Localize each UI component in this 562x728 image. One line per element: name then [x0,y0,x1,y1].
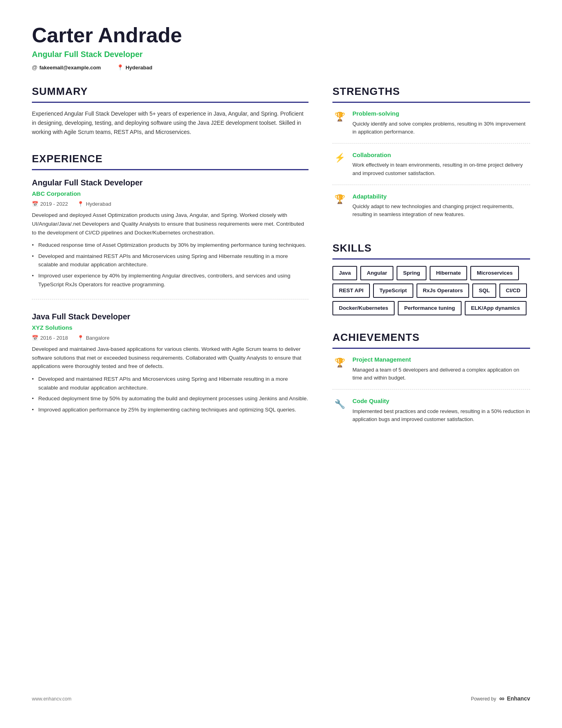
achievement-2: 🔧 Code Quality Implemented best practice… [332,397,530,431]
achievement-body-1: Project Management Managed a team of 5 d… [352,355,530,382]
exp-period-2: 📅 2016 - 2018 [32,334,68,342]
summary-text: Experienced Angular Full Stack Developer… [32,109,309,137]
skill-microservices: Microservices [470,266,519,280]
achievement-title-1: Project Management [352,355,530,364]
bullet-2-2: Reduced deployment time by 50% by automa… [32,394,309,403]
header-section: Carter Andrade Angular Full Stack Develo… [32,24,530,72]
job-title-1: Angular Full Stack Developer [32,177,309,189]
achievement-1: 🏆 Project Management Managed a team of 5… [332,355,530,390]
period-value-2: 2016 - 2018 [40,334,68,342]
location-value: Hyderabad [126,64,152,72]
strength-title-1: Problem-solving [352,109,530,118]
skill-docker: Docker/Kubernetes [332,301,395,315]
achievements-title: ACHIEVEMENTS [332,330,530,349]
powered-by-text: Powered by [471,695,496,702]
contact-info: @ fakeemail@example.com 📍 Hyderabad [32,63,530,72]
strength-desc-3: Quickly adapt to new technologies and ch… [352,203,530,218]
skill-angular: Angular [360,266,393,280]
skill-hibernate: Hibernate [430,266,467,280]
skills-grid: Java Angular Spring Hibernate Microservi… [332,266,530,316]
achievement-desc-2: Implemented best practices and code revi… [352,407,530,423]
skills-title: SKILLS [332,240,530,260]
strength-body-3: Adaptability Quickly adapt to new techno… [352,192,530,219]
strength-body-2: Collaboration Work effectively in team e… [352,151,530,177]
strength-desc-2: Work effectively in team environments, r… [352,161,530,177]
achievement-body-2: Code Quality Implemented best practices … [352,397,530,423]
footer-website: www.enhancv.com [32,695,71,702]
strength-title-3: Adaptability [352,192,530,201]
experience-item-2: Java Full Stack Developer XYZ Solutions … [32,311,309,424]
bullet-2-1: Developed and maintained REST APIs and M… [32,375,309,392]
resume-page: Carter Andrade Angular Full Stack Develo… [0,0,562,728]
period-value-1: 2019 - 2022 [40,200,68,208]
loc-icon-2: 📍 [77,334,84,342]
summary-title: SUMMARY [32,84,309,103]
loc-icon-1: 📍 [77,200,84,208]
wrench-icon-1: 🔧 [332,397,347,411]
job-title-2: Java Full Stack Developer [32,311,309,323]
brand-name: Enhancv [507,695,530,703]
footer-brand: Powered by ∞ Enhancv [471,693,530,704]
exp-location-2: 📍 Bangalore [77,334,109,342]
strength-2: ⚡ Collaboration Work effectively in team… [332,151,530,185]
trophy-icon-1: 🏆 [332,109,347,124]
skill-elk: ELK/App dynamics [465,301,527,315]
skill-sql: SQL [472,283,496,298]
email-icon: @ [32,63,37,72]
email-contact: @ fakeemail@example.com [32,63,101,72]
left-column: SUMMARY Experienced Angular Full Stack D… [32,84,309,673]
skill-performance: Performance tuning [398,301,462,315]
footer: www.enhancv.com Powered by ∞ Enhancv [32,689,530,704]
skill-rxjs: RxJs Operators [417,283,470,298]
trophy-icon-2: 🏆 [332,192,347,207]
strength-desc-1: Quickly identify and solve complex probl… [352,120,530,136]
exp-period-1: 📅 2019 - 2022 [32,200,68,208]
exp-meta-1: 📅 2019 - 2022 📍 Hyderabad [32,200,309,208]
calendar-icon-2: 📅 [32,334,38,342]
achievement-title-2: Code Quality [352,397,530,406]
skills-section: SKILLS Java Angular Spring Hibernate Mic… [332,240,530,316]
calendar-icon-1: 📅 [32,200,38,208]
achievements-section: ACHIEVEMENTS 🏆 Project Management Manage… [332,330,530,431]
bullet-1-2: Developed and maintained REST APIs and M… [32,252,309,269]
exp-desc-2: Developed and maintained Java-based appl… [32,345,309,371]
main-content: SUMMARY Experienced Angular Full Stack D… [32,84,530,673]
experience-item-1: Angular Full Stack Developer ABC Corpora… [32,177,309,299]
strength-1: 🏆 Problem-solving Quickly identify and s… [332,109,530,144]
location-contact: 📍 Hyderabad [117,63,152,72]
strengths-section: STRENGTHS 🏆 Problem-solving Quickly iden… [332,84,530,226]
strength-title-2: Collaboration [352,151,530,160]
strengths-title: STRENGTHS [332,84,530,103]
bolt-icon-1: ⚡ [332,151,347,165]
bullet-1-3: Improved user experience by 40% by imple… [32,272,309,289]
achievement-desc-1: Managed a team of 5 developers and deliv… [352,366,530,382]
right-column: STRENGTHS 🏆 Problem-solving Quickly iden… [332,84,530,673]
exp-bullets-2: Developed and maintained REST APIs and M… [32,375,309,414]
trophy-icon-3: 🏆 [332,355,347,370]
skill-cicd: CI/CD [499,283,527,298]
company-2: XYZ Solutions [32,323,309,333]
exp-bullets-1: Reduced response time of Asset Optimizat… [32,241,309,289]
summary-section: SUMMARY Experienced Angular Full Stack D… [32,84,309,137]
location-icon: 📍 [117,63,124,72]
company-1: ABC Corporation [32,189,309,199]
experience-title: EXPERIENCE [32,151,309,170]
strength-body-1: Problem-solving Quickly identify and sol… [352,109,530,136]
exp-meta-2: 📅 2016 - 2018 📍 Bangalore [32,334,309,342]
skill-java: Java [332,266,357,280]
location-value-1: Hyderabad [86,200,111,208]
candidate-title: Angular Full Stack Developer [32,48,530,60]
experience-section: EXPERIENCE Angular Full Stack Developer … [32,151,309,424]
exp-desc-1: Developed and deployed Asset Optimizatio… [32,211,309,237]
candidate-name: Carter Andrade [32,24,530,47]
bullet-2-3: Improved application performance by 25% … [32,405,309,414]
enhancv-logo-icon: ∞ [499,693,505,704]
skill-rest-api: REST API [332,283,370,298]
email-value: fakeemail@example.com [39,64,101,72]
skill-typescript: TypeScript [373,283,413,298]
strength-3: 🏆 Adaptability Quickly adapt to new tech… [332,192,530,226]
exp-location-1: 📍 Hyderabad [77,200,111,208]
enhancv-logo: ∞ Enhancv [499,693,530,704]
skill-spring: Spring [397,266,426,280]
bullet-1-1: Reduced response time of Asset Optimizat… [32,241,309,250]
